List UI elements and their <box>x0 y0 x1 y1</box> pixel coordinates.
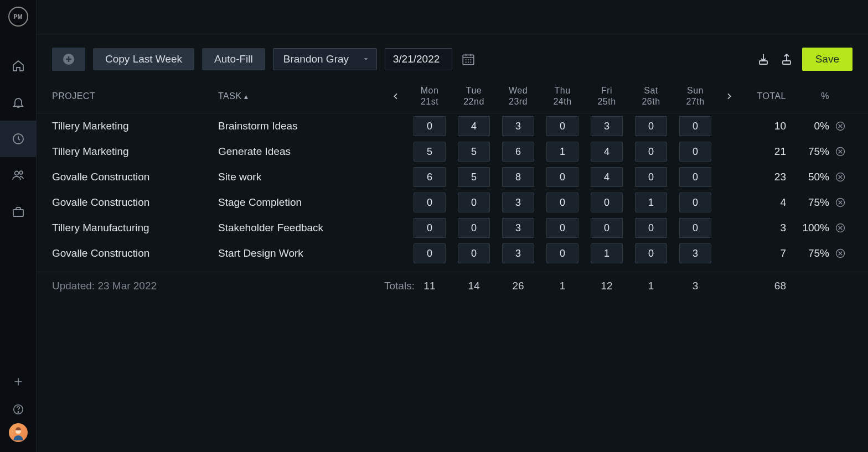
hours-input[interactable] <box>414 167 446 187</box>
copy-last-week-button[interactable]: Copy Last Week <box>93 48 194 70</box>
hours-input[interactable] <box>546 193 578 212</box>
add-row-button[interactable] <box>52 48 85 71</box>
delete-row-icon[interactable] <box>829 197 851 208</box>
hours-input[interactable] <box>591 243 623 263</box>
hours-input[interactable] <box>458 218 490 238</box>
delete-row-icon[interactable] <box>829 222 851 233</box>
row-total: 10 <box>741 120 789 132</box>
hours-input[interactable] <box>679 167 711 187</box>
hours-input[interactable] <box>679 218 711 238</box>
chevron-down-icon <box>362 55 370 63</box>
calendar-icon[interactable] <box>460 51 477 67</box>
save-button[interactable]: Save <box>802 48 852 71</box>
nav-timesheet-icon[interactable] <box>0 121 37 157</box>
row-total: 23 <box>741 171 789 183</box>
hours-input[interactable] <box>679 142 711 162</box>
app-logo: PM <box>8 7 28 27</box>
nav-notifications-icon[interactable] <box>0 84 37 121</box>
hours-input[interactable] <box>591 116 623 136</box>
nav-help-icon[interactable] <box>0 396 37 423</box>
delete-row-icon[interactable] <box>829 172 851 183</box>
svg-point-1 <box>14 172 18 175</box>
total-day-1: 14 <box>452 280 496 292</box>
delete-row-icon[interactable] <box>829 121 851 132</box>
hours-input[interactable] <box>502 193 534 212</box>
hours-input[interactable] <box>546 167 578 187</box>
hours-input[interactable] <box>502 243 534 263</box>
hours-input[interactable] <box>591 218 623 238</box>
hours-input[interactable] <box>635 116 667 136</box>
hours-input[interactable] <box>458 116 490 136</box>
share-icon[interactable] <box>779 51 794 67</box>
hours-input[interactable] <box>635 243 667 263</box>
col-day-3: Thu24th <box>540 85 585 107</box>
col-day-1: Tue22nd <box>452 85 496 107</box>
hours-input[interactable] <box>546 116 578 136</box>
hours-input[interactable] <box>635 218 667 238</box>
hours-input[interactable] <box>414 193 446 212</box>
svg-point-5 <box>18 412 18 412</box>
table-row: Tillery MarketingGenerate Ideas2175% <box>37 139 868 164</box>
next-week-icon[interactable] <box>717 92 741 101</box>
svg-point-2 <box>19 171 23 174</box>
auto-fill-button[interactable]: Auto-Fill <box>202 48 265 70</box>
download-icon[interactable] <box>756 51 771 67</box>
hours-input[interactable] <box>458 243 490 263</box>
col-project[interactable]: PROJECT <box>52 91 218 101</box>
date-input[interactable]: 3/21/2022 <box>385 48 452 70</box>
hours-input[interactable] <box>414 243 446 263</box>
hours-input[interactable] <box>546 218 578 238</box>
svg-rect-9 <box>760 61 767 64</box>
row-percent: 50% <box>789 171 829 183</box>
hours-input[interactable] <box>458 167 490 187</box>
sort-asc-icon: ▲ <box>243 93 250 101</box>
hours-input[interactable] <box>502 218 534 238</box>
hours-input[interactable] <box>635 167 667 187</box>
hours-input[interactable] <box>679 116 711 136</box>
hours-input[interactable] <box>546 142 578 162</box>
hours-input[interactable] <box>679 243 711 263</box>
updated-label: Updated: 23 Mar 2022 <box>52 280 384 292</box>
nav-people-icon[interactable] <box>0 157 37 194</box>
nav-briefcase-icon[interactable] <box>0 194 37 230</box>
col-total[interactable]: TOTAL <box>741 91 789 101</box>
svg-rect-10 <box>783 61 790 64</box>
delete-row-icon[interactable] <box>829 146 851 157</box>
hours-input[interactable] <box>635 142 667 162</box>
hours-input[interactable] <box>414 142 446 162</box>
hours-input[interactable] <box>635 193 667 212</box>
col-percent[interactable]: % <box>789 91 829 101</box>
top-strip <box>37 0 868 34</box>
row-total: 21 <box>741 146 789 158</box>
row-percent: 75% <box>789 247 829 259</box>
total-day-4: 12 <box>585 280 629 292</box>
col-task[interactable]: TASK▲ <box>218 91 384 101</box>
hours-input[interactable] <box>502 167 534 187</box>
task-cell: Stakeholder Feedback <box>218 217 384 238</box>
hours-input[interactable] <box>458 142 490 162</box>
hours-input[interactable] <box>414 218 446 238</box>
hours-input[interactable] <box>414 116 446 136</box>
hours-input[interactable] <box>502 116 534 136</box>
hours-input[interactable] <box>591 142 623 162</box>
prev-week-icon[interactable] <box>384 92 407 101</box>
task-cell: Site work <box>218 167 384 188</box>
hours-input[interactable] <box>502 142 534 162</box>
header-row: PROJECT TASK▲ Mon21st Tue22nd Wed23rd Th… <box>37 75 868 113</box>
avatar[interactable] <box>9 423 28 442</box>
sidebar: PM <box>0 0 37 452</box>
hours-input[interactable] <box>546 243 578 263</box>
hours-input[interactable] <box>591 167 623 187</box>
hours-input[interactable] <box>591 193 623 212</box>
delete-row-icon[interactable] <box>829 248 851 259</box>
user-select[interactable]: Brandon Gray <box>273 48 377 70</box>
hours-input[interactable] <box>679 193 711 212</box>
toolbar: Copy Last Week Auto-Fill Brandon Gray 3/… <box>37 34 868 75</box>
nav-add-icon[interactable] <box>0 368 37 396</box>
project-cell: Govalle Construction <box>52 192 218 213</box>
nav-home-icon[interactable] <box>0 48 37 84</box>
svg-rect-3 <box>13 210 23 216</box>
task-cell: Stage Completion <box>218 192 384 213</box>
hours-input[interactable] <box>458 193 490 212</box>
total-day-2: 26 <box>496 280 540 292</box>
